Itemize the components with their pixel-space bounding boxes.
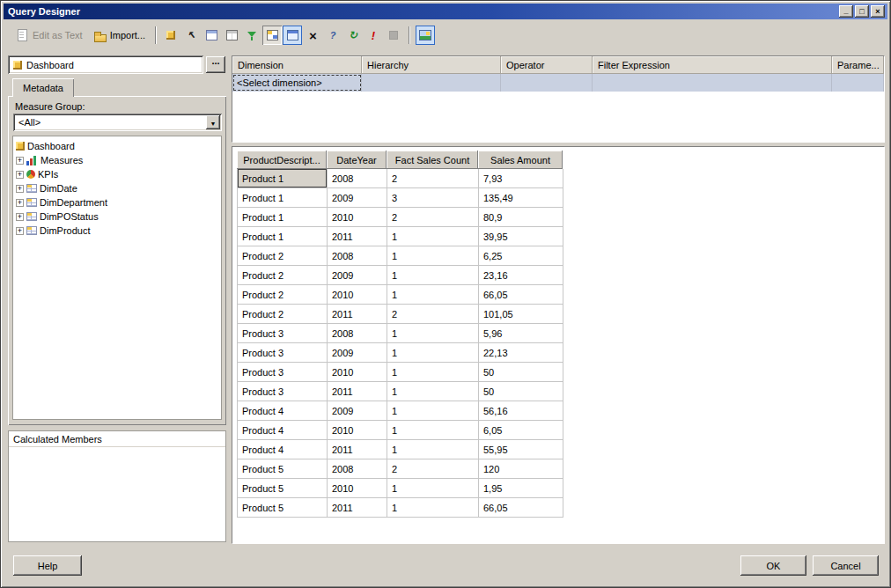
result-cell[interactable]: 120 xyxy=(479,459,563,479)
result-cell[interactable]: 1 xyxy=(387,401,479,421)
result-cell[interactable]: Product 1 xyxy=(238,208,328,227)
tree-item-measures[interactable]: +Measures xyxy=(14,153,220,167)
result-cell[interactable]: 1 xyxy=(387,246,479,266)
select-dimension-cell[interactable]: <Select dimension> xyxy=(232,74,362,92)
result-column-header-fact-sales-count[interactable]: Fact Sales Count xyxy=(387,151,478,169)
result-cell[interactable]: 2010 xyxy=(328,363,387,382)
cube-selector[interactable]: Dashboard xyxy=(8,55,203,74)
result-cell[interactable]: 1 xyxy=(387,285,479,305)
minimize-button[interactable]: _ xyxy=(839,5,853,18)
result-cell[interactable]: Product 1 xyxy=(238,169,328,188)
result-cell[interactable]: 2009 xyxy=(328,343,387,363)
cube-selection-button[interactable] xyxy=(161,26,180,45)
result-cell[interactable]: Product 4 xyxy=(238,421,328,440)
result-cell[interactable]: Product 2 xyxy=(238,266,328,285)
result-cell[interactable]: 2009 xyxy=(328,266,387,285)
expand-icon[interactable]: + xyxy=(16,157,24,165)
result-cell[interactable]: 39,95 xyxy=(479,227,563,246)
result-cell[interactable]: 1 xyxy=(387,479,479,498)
result-column-header-productdescript[interactable]: ProductDescript... xyxy=(237,151,327,169)
result-cell[interactable]: 2 xyxy=(387,305,479,324)
delete-button[interactable] xyxy=(303,26,322,45)
result-cell[interactable]: Product 3 xyxy=(238,324,328,343)
design-mode-button[interactable] xyxy=(416,26,435,45)
result-cell[interactable]: 6,25 xyxy=(479,246,563,266)
result-cell[interactable]: 101,05 xyxy=(479,305,563,324)
show-aggregations-button[interactable] xyxy=(242,26,261,45)
result-cell[interactable]: Product 5 xyxy=(238,459,328,479)
autoexecute-button[interactable] xyxy=(283,26,302,45)
add-calculated-member-button[interactable] xyxy=(202,26,221,45)
tree-item-dimdepartment[interactable]: +DimDepartment xyxy=(14,195,220,209)
result-cell[interactable]: 2008 xyxy=(328,246,387,266)
result-cell[interactable]: Product 5 xyxy=(238,479,328,498)
filter-column-header-filter-expression[interactable]: Filter Expression xyxy=(593,56,832,74)
result-cell[interactable]: 6,05 xyxy=(479,421,563,440)
result-cell[interactable]: 1 xyxy=(387,363,479,382)
query-parameters-button[interactable] xyxy=(323,26,342,45)
result-cell[interactable]: 5,96 xyxy=(479,324,563,343)
result-cell[interactable]: 1 xyxy=(387,266,479,285)
result-cell[interactable]: 1 xyxy=(387,382,479,401)
result-cell[interactable]: 1 xyxy=(387,324,479,343)
result-cell[interactable]: 2008 xyxy=(328,324,387,343)
result-cell[interactable]: 23,16 xyxy=(479,266,563,285)
result-cell[interactable]: 1,95 xyxy=(479,479,563,498)
browse-cube-button[interactable]: ... xyxy=(206,56,225,73)
dropdown-arrow-button[interactable] xyxy=(206,115,220,129)
result-cell[interactable]: 22,13 xyxy=(479,343,563,363)
filter-cell[interactable] xyxy=(501,74,593,92)
result-cell[interactable]: 1 xyxy=(387,421,479,440)
filter-column-header-hierarchy[interactable]: Hierarchy xyxy=(362,56,501,74)
result-cell[interactable]: 66,05 xyxy=(479,498,563,518)
prepare-query-button[interactable] xyxy=(343,26,363,45)
cancel-button[interactable]: Cancel xyxy=(813,555,879,576)
result-cell[interactable]: 2011 xyxy=(328,498,387,518)
expand-icon[interactable]: + xyxy=(16,199,24,207)
result-cell[interactable]: 1 xyxy=(387,498,479,518)
tree-item-kpis[interactable]: +KPIs xyxy=(14,167,220,181)
result-cell[interactable]: 2009 xyxy=(328,188,387,208)
result-cell[interactable]: Product 3 xyxy=(238,363,328,382)
expand-icon[interactable]: + xyxy=(16,171,24,179)
result-cell[interactable]: 2010 xyxy=(328,479,387,498)
result-cell[interactable]: 2011 xyxy=(328,305,387,324)
result-cell[interactable]: 1 xyxy=(387,343,479,363)
result-cell[interactable]: 2010 xyxy=(328,208,387,227)
result-cell[interactable]: 2 xyxy=(387,208,479,227)
result-cell[interactable]: 2011 xyxy=(328,440,387,459)
expand-icon[interactable]: + xyxy=(16,227,24,235)
filter-column-header-operator[interactable]: Operator xyxy=(501,56,593,74)
result-cell[interactable]: Product 1 xyxy=(238,227,328,246)
filter-cell[interactable] xyxy=(832,74,884,92)
result-cell[interactable]: 66,05 xyxy=(479,285,563,305)
expand-icon[interactable]: + xyxy=(16,185,24,193)
result-column-header-sales-amount[interactable]: Sales Amount xyxy=(478,151,563,169)
tree-item-dashboard[interactable]: Dashboard xyxy=(14,139,220,153)
result-cell[interactable]: 135,49 xyxy=(479,188,563,208)
result-cell[interactable]: 2011 xyxy=(328,382,387,401)
filter-cell[interactable] xyxy=(362,74,501,92)
result-cell[interactable]: Product 4 xyxy=(238,440,328,459)
result-cell[interactable]: Product 2 xyxy=(238,246,328,266)
result-cell[interactable]: Product 5 xyxy=(238,498,328,518)
result-cell[interactable]: 2008 xyxy=(328,459,387,479)
filter-cell[interactable] xyxy=(593,74,832,92)
tree-item-dimdate[interactable]: +DimDate xyxy=(14,181,220,195)
pointer-button[interactable] xyxy=(181,26,201,45)
tree-item-dimproduct[interactable]: +DimProduct xyxy=(14,224,220,238)
result-cell[interactable]: 1 xyxy=(387,440,479,459)
filter-column-header-dimension[interactable]: Dimension xyxy=(232,56,362,74)
expand-icon[interactable]: + xyxy=(16,213,24,221)
result-cell[interactable]: 56,16 xyxy=(479,401,563,421)
result-cell[interactable]: 3 xyxy=(387,188,479,208)
result-cell[interactable]: 2 xyxy=(387,169,479,188)
result-cell[interactable]: 2010 xyxy=(328,421,387,440)
maximize-button[interactable]: □ xyxy=(855,5,869,18)
result-cell[interactable]: Product 4 xyxy=(238,401,328,421)
result-cell[interactable]: 7,93 xyxy=(479,169,563,188)
result-cell[interactable]: 1 xyxy=(387,227,479,246)
result-cell[interactable]: 2011 xyxy=(328,227,387,246)
execute-query-button[interactable] xyxy=(364,26,383,45)
result-cell[interactable]: Product 2 xyxy=(238,285,328,305)
